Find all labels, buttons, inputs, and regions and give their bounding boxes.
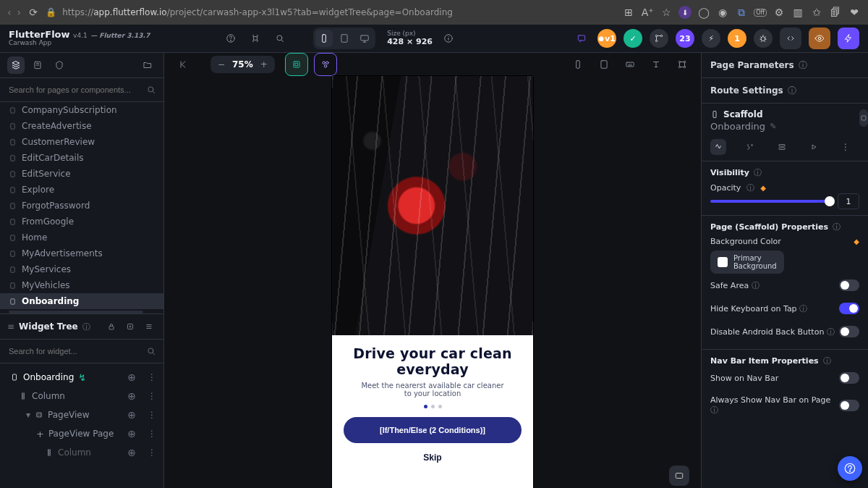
left-tab-layers-icon[interactable] <box>7 56 25 74</box>
gear-ext-icon[interactable]: ⚙ <box>773 6 786 19</box>
skip-button[interactable]: Skip <box>344 452 522 463</box>
page-item[interactable]: MyServices <box>0 261 163 277</box>
tab-more-icon[interactable]: ⋮ <box>838 139 854 155</box>
action-icon[interactable]: ↯ <box>78 372 86 383</box>
off-ext-icon[interactable]: Off <box>754 9 767 17</box>
page-item[interactable]: CompanySubscription <box>0 102 163 118</box>
more-icon[interactable]: ⋮ <box>148 429 156 439</box>
sidebar-ext-icon[interactable]: ▥ <box>791 6 804 19</box>
always-show-toggle[interactable] <box>839 400 859 411</box>
branch-badge[interactable] <box>650 29 668 48</box>
add-child-icon[interactable]: ⊕ <box>127 409 136 421</box>
page-item[interactable]: ForgotPassword <box>0 198 163 214</box>
left-tab-theme-icon[interactable] <box>51 56 68 74</box>
circle-ext-icon[interactable]: ◯ <box>697 6 710 19</box>
page-item[interactable]: Onboarding <box>0 293 163 309</box>
primary-button[interactable]: [If/Then/Else (2 Conditions)] <box>344 417 522 443</box>
tab-backend-icon[interactable] <box>774 139 790 155</box>
info-icon[interactable]: ⓘ <box>82 321 90 332</box>
page-item[interactable]: Explore <box>0 182 163 198</box>
disable-back-toggle[interactable] <box>839 326 859 337</box>
more-icon[interactable]: ⋮ <box>148 410 156 420</box>
route-settings-header[interactable]: Route Settings ⓘ <box>702 78 868 104</box>
shield-ext-icon[interactable]: ◉ <box>716 6 729 19</box>
add-child-icon[interactable]: ⊕ <box>127 447 136 458</box>
add-child-icon[interactable]: ⊕ <box>127 428 136 439</box>
add-tree-icon[interactable] <box>123 319 137 334</box>
multi-select-icon[interactable] <box>314 53 337 76</box>
star-icon[interactable]: ☆ <box>660 6 673 19</box>
page-item[interactable]: Home <box>0 230 163 245</box>
add-child-icon[interactable]: ⊕ <box>127 390 136 402</box>
safe-area-toggle[interactable] <box>839 279 859 291</box>
back-to-start-icon[interactable] <box>174 56 192 73</box>
help-fab[interactable] <box>838 456 862 481</box>
page-parameters-header[interactable]: Page Parameters ⓘ <box>702 53 868 78</box>
search-pages-input[interactable] <box>7 85 142 95</box>
canvas-text-icon[interactable] <box>647 56 665 73</box>
issues-23-badge[interactable]: 23 <box>676 29 694 48</box>
zoom-out-button[interactable]: − <box>215 58 228 71</box>
tree-item[interactable]: Onboarding↯⊕⋮ <box>0 368 163 387</box>
app-install-icon[interactable]: ⊞ <box>622 6 635 19</box>
component-icon[interactable] <box>859 109 868 127</box>
tree-item[interactable]: Column⊕⋮ <box>0 387 163 405</box>
canvas-transform-icon[interactable] <box>673 56 691 73</box>
text-size-icon[interactable]: A⁺ <box>641 6 654 19</box>
add-child-icon[interactable]: ⊕ <box>127 371 136 383</box>
refresh-icon[interactable]: ⟳ <box>27 6 40 19</box>
page-item[interactable]: MyAdvertisements <box>0 245 163 261</box>
zoom-in-button[interactable]: + <box>258 58 271 71</box>
page-item[interactable]: CreateAdvertise <box>0 118 163 134</box>
canvas-tablet-icon[interactable] <box>595 56 613 73</box>
more-icon[interactable]: ⋮ <box>148 372 156 382</box>
puzzle-ext-icon[interactable]: ⧉ <box>735 6 748 19</box>
help-icon[interactable] <box>222 30 239 47</box>
optimize-icon[interactable]: ⚡ <box>702 29 720 48</box>
bug-icon[interactable] <box>754 29 773 48</box>
warnings-1-badge[interactable]: 1 <box>728 29 746 48</box>
bg-color-chip[interactable]: PrimaryBackground <box>710 251 784 274</box>
show-navbar-toggle[interactable] <box>839 372 859 384</box>
lock-tree-icon[interactable] <box>104 319 119 334</box>
more-icon[interactable]: ⋮ <box>148 447 156 458</box>
hide-keyboard-toggle[interactable] <box>839 303 859 314</box>
more-icon[interactable]: ⋮ <box>148 391 156 401</box>
edit-icon[interactable]: ✎ <box>770 122 776 131</box>
opacity-slider[interactable]: 1 <box>710 193 859 209</box>
canvas-layout-button[interactable] <box>669 466 689 486</box>
tab-style-icon[interactable] <box>710 139 726 155</box>
tab-actions-icon[interactable] <box>742 139 758 155</box>
search-widget-input[interactable] <box>7 346 142 356</box>
run-button[interactable] <box>838 28 859 49</box>
code-button[interactable] <box>780 28 801 49</box>
tree-item[interactable]: ▾PageView⊕⋮ <box>0 405 163 424</box>
comments-icon[interactable] <box>573 30 590 47</box>
canvas-phone-icon[interactable] <box>569 56 587 73</box>
settings-tree-icon[interactable] <box>142 319 156 334</box>
search-icon[interactable] <box>271 30 289 47</box>
favorites-icon[interactable]: ✩ <box>810 6 823 19</box>
canvas-keyboard-icon[interactable] <box>621 56 639 73</box>
page-item[interactable]: EditCarDetails <box>0 150 163 166</box>
tree-collapse-icon[interactable]: ≡ <box>7 321 14 332</box>
preview-button[interactable] <box>809 28 830 49</box>
page-item[interactable]: MyVehicles <box>0 277 163 293</box>
select-mode-icon[interactable] <box>285 53 308 76</box>
page-item[interactable]: FromGoogle <box>0 214 163 230</box>
command-icon[interactable] <box>247 30 264 47</box>
left-tab-pages-icon[interactable] <box>29 56 46 74</box>
version-badge[interactable]: ●v1 <box>597 29 616 48</box>
folder-icon[interactable] <box>139 56 156 74</box>
device-phone-icon[interactable] <box>315 30 333 47</box>
page-item[interactable]: CustomerReview <box>0 134 163 150</box>
device-desktop-icon[interactable] <box>356 30 373 47</box>
collections-icon[interactable]: 🗐 <box>829 6 842 19</box>
opacity-value[interactable]: 1 <box>838 193 859 209</box>
tree-item[interactable]: +PageView Page⊕⋮ <box>0 424 163 443</box>
tab-animate-icon[interactable] <box>806 139 822 155</box>
heart-icon[interactable]: ❤ <box>848 6 861 19</box>
address-bar[interactable]: https://app.flutterflow.io/project/carwa… <box>62 7 453 17</box>
tree-item[interactable]: Column⊕⋮ <box>0 443 163 462</box>
extension-badge-icon[interactable]: ⬇ <box>678 6 692 19</box>
